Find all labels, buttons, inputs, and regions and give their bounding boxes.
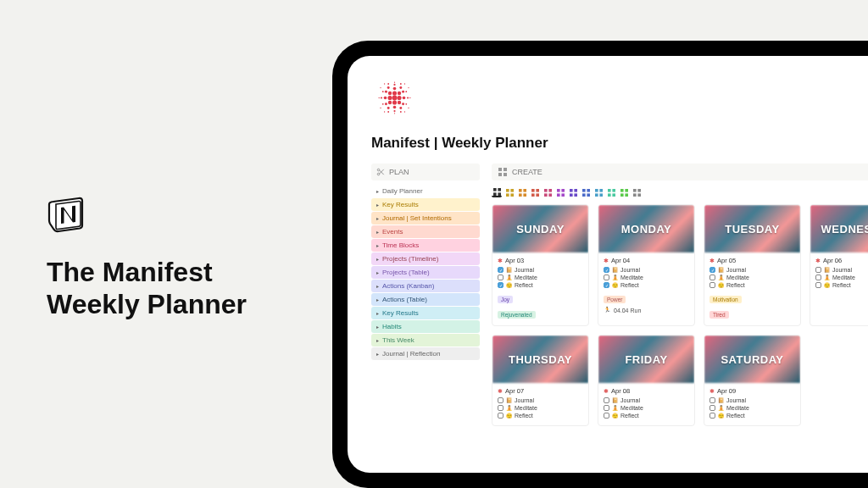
mood-tag[interactable]: Motivation	[709, 296, 742, 303]
day-card-body: Apr 05📔Journal🧘Meditate😌ReflectMotivatio…	[704, 252, 800, 325]
task-label: Reflect	[726, 413, 745, 419]
sidebar-item[interactable]: Journal | Reflection	[371, 347, 480, 360]
sidebar-item[interactable]: Daily Planner	[371, 185, 480, 197]
day-card[interactable]: TUESDAYApr 05📔Journal🧘Meditate😌ReflectMo…	[704, 204, 801, 326]
task-checkbox[interactable]	[815, 282, 821, 288]
sidebar-item[interactable]: This Week	[371, 334, 480, 347]
mood-tag[interactable]: Rejuvenated	[498, 311, 536, 319]
sidebar-item[interactable]: Actions (Kanban)	[371, 280, 480, 292]
svg-rect-73	[557, 189, 560, 192]
view-tab[interactable]	[504, 187, 515, 197]
task-checkbox[interactable]	[498, 405, 504, 411]
svg-rect-52	[504, 173, 507, 176]
day-card[interactable]: SUNDAYApr 03📔Journal🧘Meditate😌ReflectJoy…	[492, 204, 589, 326]
task-checkbox[interactable]	[604, 274, 609, 280]
task-checkbox[interactable]	[498, 267, 504, 273]
day-card[interactable]: SATURDAYApr 09📔Journal🧘Meditate😌Reflect	[704, 335, 801, 426]
task-checkbox[interactable]	[604, 282, 609, 288]
svg-rect-97	[633, 189, 637, 192]
svg-point-43	[384, 111, 385, 112]
task-checkbox[interactable]	[604, 397, 609, 403]
plan-header[interactable]: PLAN	[371, 164, 480, 180]
svg-rect-58	[510, 189, 514, 192]
mood-tag[interactable]: Power	[604, 296, 626, 303]
task-row: 🧘Meditate	[604, 405, 689, 411]
sidebar-item-label: Key Results	[382, 309, 419, 317]
view-tab[interactable]	[492, 187, 502, 197]
task-checkbox[interactable]	[604, 405, 609, 411]
view-tab[interactable]	[581, 187, 591, 197]
view-tab[interactable]	[555, 187, 565, 197]
day-card-body: Apr 07📔Journal🧘Meditate😌Reflect	[492, 383, 588, 425]
svg-point-3	[392, 91, 397, 95]
day-card-body: Apr 03📔Journal🧘Meditate😌ReflectJoyRejuve…	[492, 252, 588, 325]
view-tab[interactable]	[568, 187, 578, 197]
day-date: Apr 06	[815, 257, 868, 264]
view-tab[interactable]	[619, 187, 629, 197]
sidebar-item[interactable]: Actions (Table)	[371, 293, 480, 306]
day-card-cover: THURSDAY	[492, 336, 588, 383]
day-card[interactable]: THURSDAYApr 07📔Journal🧘Meditate😌Reflect	[492, 335, 589, 426]
task-icon: 😌	[506, 282, 512, 288]
task-row: 📔Journal	[498, 267, 583, 273]
sidebar-item[interactable]: Key Results	[371, 198, 480, 211]
extra-item[interactable]: 🏃04.04 Run	[604, 307, 689, 313]
task-icon: 🧘	[718, 274, 724, 280]
sidebar-item[interactable]: Projects (Timeline)	[371, 252, 480, 265]
svg-point-25	[382, 91, 384, 92]
sidebar-item[interactable]: Time Blocks	[371, 239, 480, 252]
sidebar-item-label: Projects (Timeline)	[382, 255, 438, 263]
task-checkbox[interactable]	[709, 274, 715, 280]
task-label: Meditate	[832, 274, 855, 280]
view-tab[interactable]	[593, 187, 604, 197]
task-icon: 📔	[612, 267, 618, 273]
svg-rect-91	[608, 193, 611, 197]
task-icon: 🧘	[824, 274, 830, 280]
sidebar-item[interactable]: Events	[371, 225, 480, 238]
view-tab[interactable]	[530, 187, 540, 197]
day-card-body: Apr 08📔Journal🧘Meditate😌Reflect	[598, 383, 694, 425]
scissors-icon	[376, 168, 385, 176]
view-tab[interactable]	[542, 187, 553, 197]
task-checkbox[interactable]	[815, 267, 821, 273]
svg-point-13	[385, 91, 387, 93]
sidebar-item-label: Journal | Reflection	[382, 350, 440, 358]
svg-rect-98	[637, 189, 641, 192]
task-checkbox[interactable]	[498, 397, 504, 403]
mood-tag[interactable]: Joy	[498, 296, 513, 303]
sidebar-item[interactable]: Key Results	[371, 307, 480, 319]
sidebar-item[interactable]: Habits	[371, 320, 480, 333]
mood-tag[interactable]: Tired	[709, 311, 729, 319]
task-icon: 📔	[506, 267, 512, 273]
day-card[interactable]: MONDAYApr 04📔Journal🧘Meditate😌ReflectPow…	[598, 204, 695, 326]
task-checkbox[interactable]	[604, 413, 609, 419]
sidebar-item[interactable]: Projects (Table)	[371, 266, 480, 279]
task-checkbox[interactable]	[815, 274, 821, 280]
day-card[interactable]: FRIDAYApr 08📔Journal🧘Meditate😌Reflect	[598, 335, 695, 426]
svg-point-1	[387, 96, 392, 100]
svg-rect-83	[582, 193, 586, 197]
task-checkbox[interactable]	[709, 282, 715, 288]
task-checkbox[interactable]	[604, 267, 609, 273]
view-tab[interactable]	[517, 187, 527, 197]
svg-rect-51	[498, 173, 502, 176]
task-checkbox[interactable]	[709, 267, 715, 273]
task-checkbox[interactable]	[709, 405, 715, 411]
task-icon: 😌	[824, 282, 830, 288]
view-tab[interactable]	[606, 187, 616, 197]
task-checkbox[interactable]	[498, 282, 504, 288]
task-row: 🧘Meditate	[604, 274, 689, 280]
view-tab[interactable]	[632, 187, 642, 197]
task-checkbox[interactable]	[709, 397, 715, 403]
task-icon: 📔	[506, 397, 512, 403]
day-card[interactable]: WEDNESDAYApr 06📔Journal🧘Meditate😌Reflect	[810, 204, 868, 326]
sidebar-item[interactable]: Journal | Set Intentions	[371, 212, 480, 225]
svg-point-20	[399, 107, 402, 109]
svg-point-14	[402, 91, 404, 93]
task-checkbox[interactable]	[498, 413, 504, 419]
task-checkbox[interactable]	[709, 413, 715, 419]
svg-rect-90	[612, 189, 615, 192]
create-header[interactable]: CREATE	[492, 164, 868, 180]
board-icon	[582, 189, 590, 197]
task-checkbox[interactable]	[498, 274, 504, 280]
